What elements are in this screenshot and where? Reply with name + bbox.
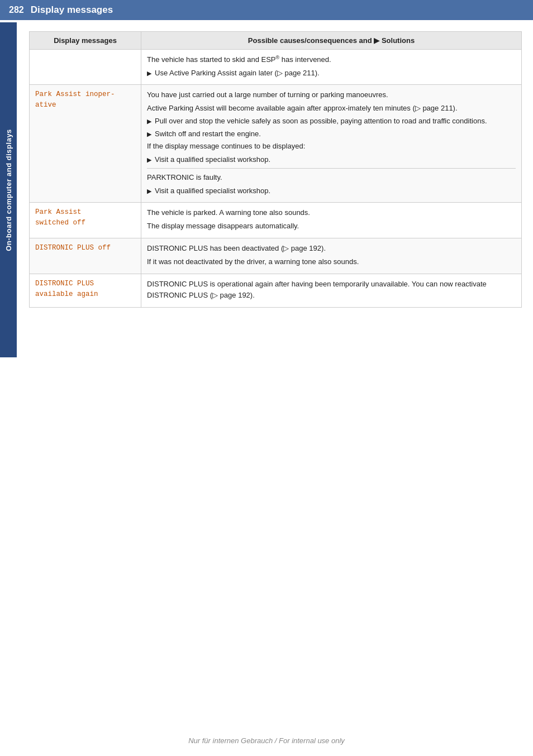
footer-text: Nur für internen Gebrauch / For internal… xyxy=(188,736,345,745)
bullet-text: Use Active Parking Assist again later (▷… xyxy=(155,68,320,79)
bullet-item: ▶ Pull over and stop the vehicle safely … xyxy=(147,116,516,127)
sub-section: PARKTRONIC is faulty. ▶ Visit a qualifie… xyxy=(147,168,516,196)
bullet-arrow-icon: ▶ xyxy=(147,117,151,126)
footer: Nur für internen Gebrauch / For internal… xyxy=(0,736,533,745)
cause-cell: DISTRONIC PLUS is operational again afte… xyxy=(141,274,522,308)
table-row: Park Assist inoper-ative You have just c… xyxy=(30,85,522,203)
display-msg-cell: Park Assistswitched off xyxy=(30,203,141,238)
bullet-item: ▶ Use Active Parking Assist again later … xyxy=(147,68,516,79)
display-msg-text: DISTRONIC PLUS off xyxy=(35,244,111,252)
header-bar: 282 Display messages xyxy=(0,0,533,20)
display-msg-text: Park Assistswitched off xyxy=(35,208,85,227)
bullet-text: Switch off and restart the engine. xyxy=(155,128,261,140)
cause-text-item: You have just carried out a large number… xyxy=(147,89,516,101)
cause-cell: The vehicle is parked. A warning tone al… xyxy=(141,203,522,238)
display-msg-text: Park Assist inoper-ative xyxy=(35,90,115,109)
cause-text-item: If the display message continues to be d… xyxy=(147,141,516,152)
display-msg-cell: DISTRONIC PLUS off xyxy=(30,238,141,274)
bullet-arrow-icon: ▶ xyxy=(147,130,151,139)
cause-text-item: If it was not deactivated by the driver,… xyxy=(147,256,516,267)
cause-text-item: PARKTRONIC is faulty. xyxy=(147,172,516,183)
cause-text-item: DISTRONIC PLUS is operational again afte… xyxy=(147,279,516,300)
display-msg-text: DISTRONIC PLUSavailable again xyxy=(35,280,98,298)
table-row: The vehicle has started to skid and ESP®… xyxy=(30,50,522,85)
cause-cell: You have just carried out a large number… xyxy=(141,85,522,203)
col-header-display: Display messages xyxy=(30,32,141,50)
table-row: DISTRONIC PLUSavailable again DISTRONIC … xyxy=(30,274,522,308)
cause-text-item: Active Parking Assist will become availa… xyxy=(147,103,516,114)
bullet-item: ▶ Visit a qualified specialist workshop. xyxy=(147,154,516,165)
bullet-item: ▶ Switch off and restart the engine. xyxy=(147,128,516,140)
cause-text-item: The display message disappears automatic… xyxy=(147,221,516,232)
cause-cell: DISTRONIC PLUS has been deactivated (▷ p… xyxy=(141,238,522,274)
cause-text-item: The vehicle is parked. A warning tone al… xyxy=(147,207,516,218)
page-number: 282 xyxy=(9,5,24,15)
display-msg-cell xyxy=(30,50,141,85)
table-row: Park Assistswitched off The vehicle is p… xyxy=(30,203,522,238)
cause-cell: The vehicle has started to skid and ESP®… xyxy=(141,50,522,85)
bullet-text: Visit a qualified specialist workshop. xyxy=(155,185,270,197)
bullet-text: Pull over and stop the vehicle safely as… xyxy=(155,116,487,127)
bullet-arrow-icon: ▶ xyxy=(147,186,151,196)
bullet-text: Visit a qualified specialist workshop. xyxy=(155,154,270,165)
bullet-arrow-icon: ▶ xyxy=(147,155,151,165)
col-header-causes: Possible causes/consequences and ▶ Solut… xyxy=(141,32,522,50)
sidebar: On-board computer and displays xyxy=(0,22,17,357)
display-msg-cell: DISTRONIC PLUSavailable again xyxy=(30,274,141,308)
sidebar-label: On-board computer and displays xyxy=(4,129,13,251)
display-messages-table: Display messages Possible causes/consequ… xyxy=(29,31,522,308)
bullet-item: ▶ Visit a qualified specialist workshop. xyxy=(147,185,516,197)
main-content: Display messages Possible causes/consequ… xyxy=(18,20,533,319)
display-msg-cell: Park Assist inoper-ative xyxy=(30,85,141,203)
cause-text-item: DISTRONIC PLUS has been deactivated (▷ p… xyxy=(147,243,516,254)
header-title: Display messages xyxy=(31,4,113,16)
bullet-arrow-icon: ▶ xyxy=(147,69,151,78)
cause-text-item: The vehicle has started to skid and ESP®… xyxy=(147,54,516,65)
table-row: DISTRONIC PLUS off DISTRONIC PLUS has be… xyxy=(30,238,522,274)
